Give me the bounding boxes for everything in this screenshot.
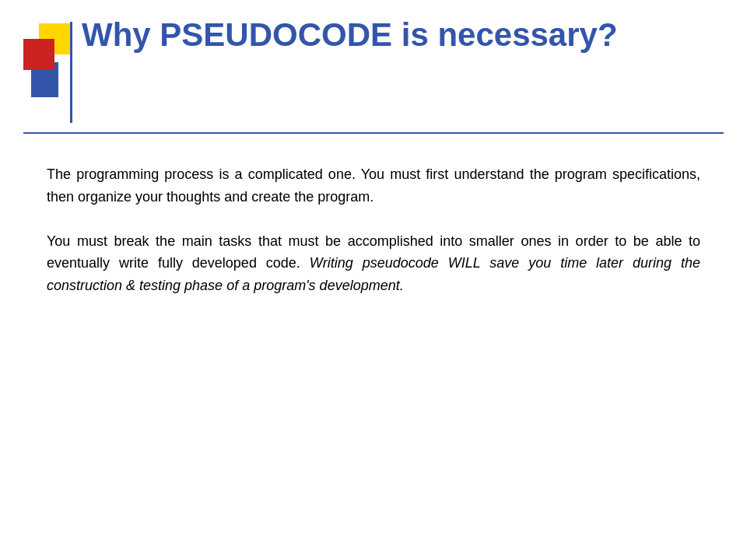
title-area: Why PSEUDOCODE is necessary?	[82, 16, 716, 54]
slide: Why PSEUDOCODE is necessary? The program…	[0, 0, 747, 560]
corner-decoration	[23, 23, 70, 101]
paragraph-1: The programming process is a complicated…	[47, 163, 700, 208]
title-accent-line	[70, 22, 72, 123]
square-red	[23, 39, 54, 70]
content-area: The programming process is a complicated…	[47, 163, 700, 319]
slide-title: Why PSEUDOCODE is necessary?	[82, 16, 716, 54]
divider-line	[23, 132, 724, 134]
paragraph-2: You must break the main tasks that must …	[47, 230, 700, 297]
